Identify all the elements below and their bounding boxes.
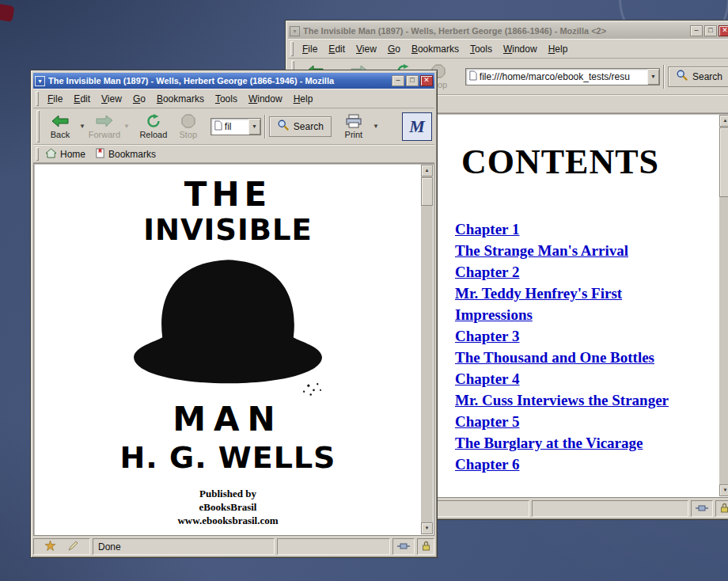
minimize-button[interactable]: ‒ — [392, 75, 404, 86]
navigator-icon[interactable] — [45, 541, 55, 553]
toolbar-grippy[interactable] — [36, 147, 39, 161]
book-cover: THE INVISIBLE MAN H. G. WELLS Published … — [34, 177, 422, 527]
chapter-link[interactable]: Chapter 4 — [455, 368, 681, 389]
page-icon — [468, 70, 477, 84]
publisher-line1: Published by — [34, 487, 422, 500]
mozilla-logo-button[interactable]: M — [402, 112, 432, 141]
menubar: File Edit View Go Bookmarks Tools Window… — [33, 89, 434, 108]
menu-view[interactable]: View — [96, 91, 127, 107]
toolbar-separator — [264, 115, 266, 139]
bookmarks-button[interactable]: Bookmarks — [92, 146, 162, 162]
menu-help[interactable]: Help — [288, 91, 319, 107]
publisher-line3: www.ebooksbrasil.com — [34, 514, 422, 527]
maximize-button[interactable]: □ — [704, 25, 717, 36]
plug-icon — [397, 541, 410, 553]
composer-icon[interactable] — [68, 541, 78, 553]
titlebar[interactable]: ▾ The Invisible Man (1897) - Wells, Herb… — [33, 73, 434, 89]
lock-icon — [720, 503, 728, 515]
menu-go[interactable]: Go — [127, 91, 151, 107]
back-dropdown-icon[interactable]: ▼ — [79, 123, 85, 130]
back-icon — [51, 114, 69, 128]
menubar: File Edit View Go Bookmarks Tools Window… — [288, 39, 728, 59]
search-icon — [277, 119, 290, 134]
scroll-up-icon[interactable]: ▲ — [719, 115, 728, 127]
search-button[interactable]: Search — [668, 66, 728, 87]
contents-heading: CONTENTS — [461, 142, 720, 182]
scrollbar-thumb[interactable] — [421, 177, 433, 206]
url-dropdown-icon[interactable]: ▼ — [248, 119, 260, 135]
plug-icon — [696, 503, 708, 515]
page-icon — [214, 120, 222, 134]
menu-view[interactable]: View — [351, 41, 382, 57]
url-dropdown-icon[interactable]: ▼ — [647, 69, 659, 85]
url-bar[interactable]: file:///home/marco/ebook_tests/resu ▼ — [465, 68, 660, 85]
forward-button[interactable]: Forward — [87, 111, 122, 142]
toolbar-grippy[interactable] — [290, 41, 294, 56]
chapter-link[interactable]: The Strange Man's Arrival — [455, 240, 681, 261]
chapter-link[interactable]: The Thousand and One Bottles — [455, 347, 681, 368]
status-text: Done — [93, 538, 275, 555]
component-bar[interactable] — [33, 538, 90, 555]
chapter-link[interactable]: Chapter 3 — [455, 325, 681, 347]
window-title: The Invisible Man (1897) - Wells, Herber… — [48, 76, 389, 85]
print-dropdown-icon[interactable]: ▼ — [373, 123, 379, 130]
lock-icon — [422, 541, 430, 553]
menu-edit[interactable]: Edit — [323, 41, 351, 57]
menu-edit[interactable]: Edit — [68, 91, 96, 107]
chapter-link[interactable]: The Burglary at the Vicarage — [455, 432, 681, 454]
close-button[interactable]: ✕ — [420, 75, 433, 86]
reload-button[interactable]: Reload — [136, 111, 171, 142]
search-button[interactable]: Search — [269, 116, 332, 137]
chapter-link[interactable]: Chapter 1 — [455, 218, 681, 240]
window-menu-icon[interactable]: ▾ — [35, 76, 45, 86]
menu-help[interactable]: Help — [543, 41, 574, 57]
scroll-up-icon[interactable]: ▲ — [421, 165, 433, 177]
print-button[interactable]: Print — [336, 111, 371, 142]
minimize-button[interactable]: ‒ — [690, 25, 703, 36]
scroll-down-icon[interactable]: ▼ — [421, 522, 433, 534]
chapter-link[interactable]: Chapter 5 — [455, 411, 681, 432]
titlebar[interactable]: ▾ The Invisible Man (1897) - Wells, Herb… — [288, 23, 728, 39]
close-button[interactable]: ✕ — [719, 25, 728, 36]
menu-bookmarks[interactable]: Bookmarks — [151, 91, 210, 107]
menu-bookmarks[interactable]: Bookmarks — [406, 41, 464, 57]
scrollbar-thumb[interactable] — [719, 127, 728, 197]
stop-button[interactable]: Stop — [171, 111, 206, 142]
menu-file[interactable]: File — [297, 41, 323, 57]
menu-tools[interactable]: Tools — [210, 91, 243, 107]
home-icon — [45, 148, 57, 161]
vertical-scrollbar[interactable]: ▲ ▼ — [719, 115, 728, 496]
toolbar-grippy[interactable] — [36, 110, 40, 142]
desktop: ▾ The Invisible Man (1897) - Wells, Herb… — [0, 0, 728, 581]
forward-dropdown-icon[interactable]: ▼ — [123, 123, 130, 130]
security-status[interactable] — [417, 538, 434, 555]
url-bar[interactable]: fil ▼ — [210, 118, 261, 135]
menu-window[interactable]: Window — [243, 91, 288, 107]
scroll-down-icon[interactable]: ▼ — [719, 484, 728, 496]
url-value[interactable]: file:///home/marco/ebook_tests/resu — [480, 71, 645, 82]
maximize-button[interactable]: □ — [406, 75, 419, 86]
cover-title-line1: THE — [34, 177, 422, 213]
online-status[interactable] — [691, 500, 713, 517]
page-content: THE INVISIBLE MAN H. G. WELLS Published … — [33, 163, 434, 536]
chapter-link[interactable]: Chapter 6 — [455, 454, 681, 475]
menu-go[interactable]: Go — [382, 41, 406, 57]
url-value[interactable]: fil — [225, 121, 246, 132]
bookmarks-icon — [95, 148, 105, 161]
toolbar-grippy[interactable] — [36, 91, 39, 106]
security-status[interactable] — [715, 500, 728, 517]
window-menu-icon[interactable]: ▾ — [290, 26, 300, 36]
online-status[interactable] — [392, 538, 415, 555]
menu-window[interactable]: Window — [498, 41, 543, 57]
chapter-link[interactable]: Chapter 2 — [455, 261, 681, 283]
chapter-link[interactable]: Mr. Cuss Interviews the Stranger — [455, 389, 681, 411]
progress-area — [277, 538, 390, 555]
mozilla-logo-icon: M — [409, 116, 425, 137]
back-button[interactable]: Back — [43, 111, 78, 142]
menu-file[interactable]: File — [42, 91, 68, 107]
vertical-scrollbar[interactable]: ▲ ▼ — [421, 165, 433, 534]
home-button[interactable]: Home — [42, 146, 92, 162]
chapter-link[interactable]: Mr. Teddy Henfrey's First Impressions — [455, 283, 681, 325]
menu-tools[interactable]: Tools — [464, 41, 498, 57]
forward-icon — [96, 114, 113, 128]
